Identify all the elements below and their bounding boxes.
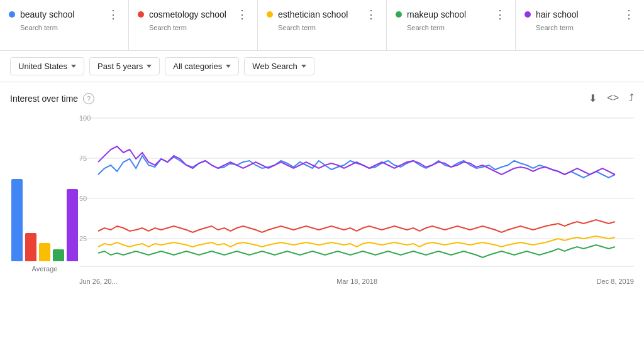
bar-chart-area: Average (10, 112, 79, 288)
chevron-region (71, 65, 76, 68)
term-menu-beauty-school[interactable]: ⋮ (108, 8, 119, 21)
filter-search-type[interactable]: Web Search (244, 57, 314, 75)
filter-label-region: United States (18, 62, 67, 71)
svg-text:100: 100 (79, 114, 91, 122)
filter-bar: United States Past 5 years All categorie… (0, 51, 644, 82)
term-name-beauty-school: beauty school (20, 9, 74, 19)
chevron-category (226, 65, 231, 68)
x-label-1: Mar 18, 2018 (336, 278, 377, 285)
search-term-cosmetology-school[interactable]: cosmetology school ⋮ Search term (129, 0, 258, 50)
term-dot-makeup-school (396, 11, 402, 18)
term-dot-hair-school (525, 11, 531, 18)
search-term-hair-school[interactable]: hair school ⋮ Search term (516, 0, 644, 50)
search-term-beauty-school[interactable]: beauty school ⋮ Search term (0, 0, 129, 50)
filter-category[interactable]: All categories (165, 57, 239, 75)
average-label: Average (32, 265, 58, 273)
filter-label-search-type: Web Search (252, 62, 297, 71)
term-name-cosmetology-school: cosmetology school (149, 9, 226, 19)
search-terms-bar: beauty school ⋮ Search term cosmetology … (0, 0, 644, 51)
term-menu-esthetician-school[interactable]: ⋮ (365, 8, 377, 21)
term-dot-beauty-school (9, 11, 15, 18)
chart-title-group: Interest over time ? (10, 93, 94, 104)
filter-label-category: All categories (173, 62, 222, 71)
chart-actions: ⬇ <> ⤴ (589, 92, 634, 104)
svg-text:25: 25 (79, 235, 87, 242)
chart-title: Interest over time (10, 94, 78, 104)
term-type-esthetician-school: Search term (278, 24, 377, 31)
line-chart-area: 100 75 50 25 Jun 26, 20...Mar 18, 2018De… (79, 112, 634, 288)
chart-section: Interest over time ? ⬇ <> ⤴ Average (0, 82, 644, 288)
term-menu-cosmetology-school[interactable]: ⋮ (236, 8, 248, 21)
term-type-hair-school: Search term (536, 24, 635, 31)
avg-bar-2 (39, 243, 50, 261)
term-dot-cosmetology-school (138, 11, 144, 18)
term-type-beauty-school: Search term (20, 24, 119, 31)
term-name-hair-school: hair school (536, 9, 579, 19)
download-icon[interactable]: ⬇ (589, 92, 597, 104)
filter-label-time: Past 5 years (97, 62, 143, 71)
term-menu-hair-school[interactable]: ⋮ (623, 8, 635, 21)
x-labels: Jun 26, 20...Mar 18, 2018Dec 8, 2019 (79, 275, 634, 288)
term-dot-esthetician-school (267, 11, 273, 18)
line-chart-svg: 100 75 50 25 (79, 112, 634, 273)
chart-container: Average 100 75 50 25 (10, 112, 634, 288)
embed-code-icon[interactable]: <> (607, 92, 619, 104)
search-term-esthetician-school[interactable]: esthetician school ⋮ Search term (258, 0, 387, 50)
search-term-makeup-school[interactable]: makeup school ⋮ Search term (387, 0, 516, 50)
filter-time[interactable]: Past 5 years (89, 57, 160, 75)
term-menu-makeup-school[interactable]: ⋮ (494, 8, 506, 21)
share-icon[interactable]: ⤴ (629, 92, 634, 104)
avg-bar-1 (25, 233, 36, 261)
x-label-2: Dec 8, 2019 (597, 278, 634, 285)
filter-region[interactable]: United States (10, 57, 84, 75)
bars-group (11, 148, 78, 261)
chevron-time (147, 65, 152, 68)
term-name-makeup-school: makeup school (407, 9, 466, 19)
term-type-cosmetology-school: Search term (149, 24, 248, 31)
help-icon[interactable]: ? (83, 93, 94, 104)
chevron-search-type (301, 65, 306, 68)
x-label-0: Jun 26, 20... (79, 278, 118, 285)
term-type-makeup-school: Search term (407, 24, 506, 31)
avg-bar-0 (11, 179, 23, 261)
term-name-esthetician-school: esthetician school (278, 9, 348, 19)
svg-text:75: 75 (79, 154, 87, 162)
chart-header: Interest over time ? ⬇ <> ⤴ (10, 92, 634, 104)
svg-text:50: 50 (79, 195, 87, 202)
avg-bar-4 (67, 189, 78, 261)
avg-bar-3 (53, 249, 64, 261)
